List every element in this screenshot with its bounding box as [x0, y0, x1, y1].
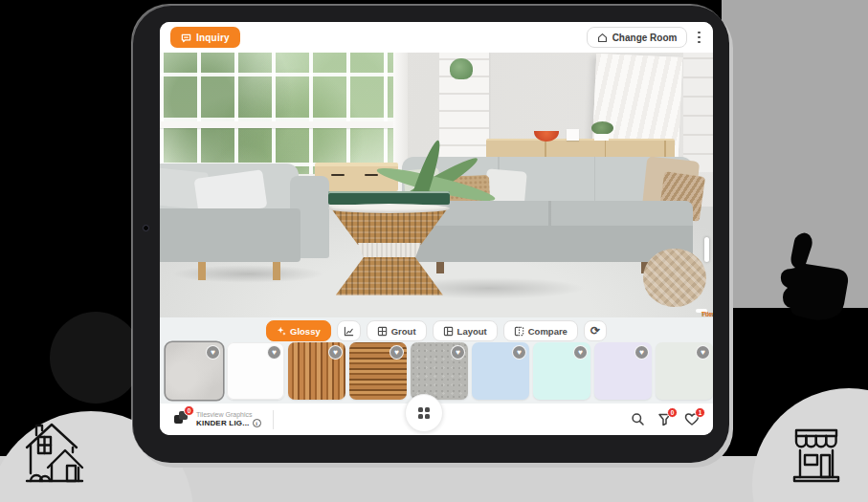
compare-icon: [514, 326, 524, 337]
chat-icon: [181, 33, 191, 43]
room-photo-frame: [567, 129, 579, 141]
room-preview[interactable]: Powered By Tilesview.ai: [160, 53, 713, 317]
house-icon: [23, 419, 88, 488]
logo-badge: 0: [184, 405, 194, 416]
layout-icon: [443, 326, 454, 337]
grid-apps-icon: [418, 407, 431, 420]
compare-label: Compare: [528, 326, 568, 337]
room-table-base: [328, 257, 450, 295]
background-dark-circle: [50, 312, 142, 404]
favorite-icon[interactable]: ♥: [573, 345, 588, 360]
thumbs-up-icon: [766, 228, 861, 327]
favorite-icon[interactable]: ♥: [512, 345, 526, 360]
room-table-jar: [328, 191, 450, 205]
brand-info: Tilesview Graphics KINDER LIG... i: [196, 411, 261, 427]
change-room-button[interactable]: Change Room: [587, 27, 688, 48]
tile-swatch-wood-horizontal[interactable]: ♥: [349, 342, 407, 400]
tile-estimate-button[interactable]: [337, 320, 361, 341]
room-table-body: [328, 208, 450, 245]
favorite-icon[interactable]: ♥: [451, 345, 465, 360]
storefront-icon: [787, 425, 846, 488]
room-plant-pot: [594, 134, 609, 141]
room-table-band: [328, 243, 450, 259]
tablet-device: Inquiry Change Room: [132, 5, 729, 463]
app-screen: Inquiry Change Room: [160, 22, 713, 435]
reset-button[interactable]: ⟳: [584, 320, 607, 341]
room-table-top: [328, 204, 450, 213]
room-coffee-table: [328, 204, 450, 299]
tablet-camera: [143, 225, 149, 231]
favorite-icon[interactable]: ♥: [389, 345, 404, 360]
favorite-icon[interactable]: ♥: [206, 345, 220, 360]
home-icon: [597, 33, 608, 43]
search-button[interactable]: [631, 412, 645, 426]
refresh-icon: ⟳: [590, 325, 600, 337]
room-sofa-leg: [198, 262, 206, 280]
filter-button[interactable]: 0: [657, 412, 672, 426]
visualizer-toolbar: Glossy Grout Layout: [266, 320, 607, 341]
room-shadow: [171, 265, 326, 283]
compare-button[interactable]: Compare: [503, 320, 578, 341]
tile-swatch-light-blue[interactable]: ♥: [472, 342, 529, 400]
grout-label: Grout: [391, 326, 416, 337]
tile-swatch-light-cyan[interactable]: ♥: [533, 342, 590, 400]
tile-swatch-wood-vertical[interactable]: ♥: [288, 342, 345, 400]
room-shelf-plant: [450, 58, 473, 79]
favorite-icon[interactable]: ♥: [634, 345, 649, 360]
info-icon[interactable]: i: [253, 419, 261, 427]
marketing-scene: Inquiry Change Room: [0, 0, 868, 502]
favorite-icon[interactable]: ♥: [696, 345, 710, 360]
tile-swatch-light-lavender[interactable]: ♥: [594, 342, 652, 400]
wishlist-button[interactable]: 1: [684, 412, 700, 426]
tilesview-brand: Tilesview.ai: [701, 311, 713, 317]
powered-by-badge: Powered By Tilesview.ai: [696, 309, 707, 313]
layout-label: Layout: [457, 326, 487, 337]
grout-button[interactable]: Grout: [367, 320, 427, 341]
glossy-label: Glossy: [290, 326, 321, 337]
change-room-label: Change Room: [612, 33, 678, 43]
tile-swatch-pale-grey-green[interactable]: ♥: [656, 342, 713, 400]
favorite-icon[interactable]: ♥: [328, 345, 343, 360]
tile-strip: ♥♥♥♥♥♥♥♥♥♥: [166, 342, 713, 400]
wishlist-badge: 1: [695, 407, 705, 418]
divider: [273, 410, 274, 429]
search-icon: [631, 412, 645, 426]
more-menu-icon[interactable]: [696, 29, 702, 47]
brand-logo[interactable]: 0: [173, 410, 189, 428]
tile-swatch-grey-marble[interactable]: ♥: [166, 342, 223, 400]
grout-grid-icon: [377, 326, 388, 337]
room-left-sofa-seat: [160, 208, 300, 261]
brand-name: Tilesview Graphics: [196, 411, 261, 418]
catalog-grid-button[interactable]: [405, 394, 443, 432]
sparkle-icon: [277, 326, 286, 336]
tile-swatch-plain-white[interactable]: ♥: [227, 342, 284, 400]
glossy-button[interactable]: Glossy: [266, 320, 331, 341]
room-pouf: [643, 249, 706, 307]
bottom-bar-actions: 0 1: [631, 412, 700, 426]
inquiry-button[interactable]: Inquiry: [170, 27, 240, 48]
side-handle[interactable]: [704, 237, 709, 262]
filter-badge: 0: [667, 407, 678, 418]
room-window-bar: [160, 121, 398, 128]
tile-swatch-grey-speckle[interactable]: ♥: [411, 342, 468, 400]
selected-tile-name: KINDER LIG...: [196, 419, 250, 427]
favorite-icon[interactable]: ♥: [267, 345, 281, 360]
chart-icon: [344, 326, 354, 337]
room-side-shelf: [683, 53, 713, 172]
room-sofa-leg: [273, 262, 280, 280]
header-right: Change Room: [587, 27, 702, 48]
app-header: Inquiry Change Room: [160, 22, 713, 53]
inquiry-label: Inquiry: [196, 33, 230, 43]
layout-button[interactable]: Layout: [433, 320, 498, 341]
